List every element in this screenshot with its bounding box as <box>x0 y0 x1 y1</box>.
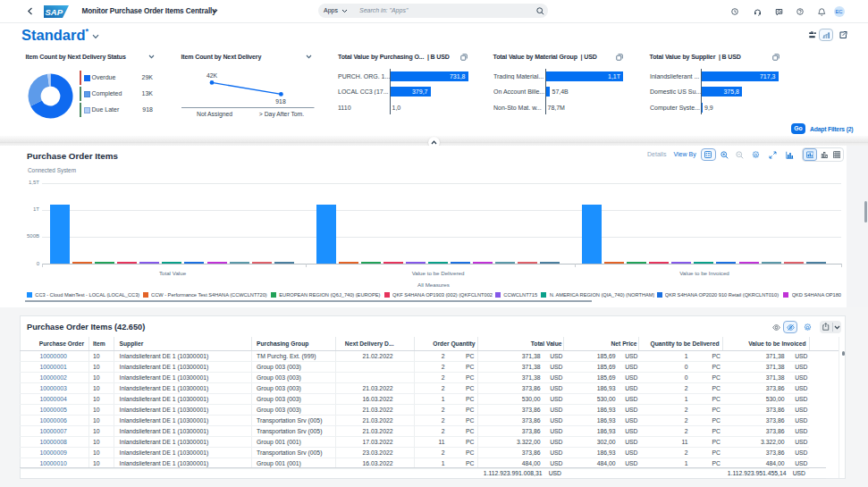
svg-text:SAP: SAP <box>46 7 63 17</box>
